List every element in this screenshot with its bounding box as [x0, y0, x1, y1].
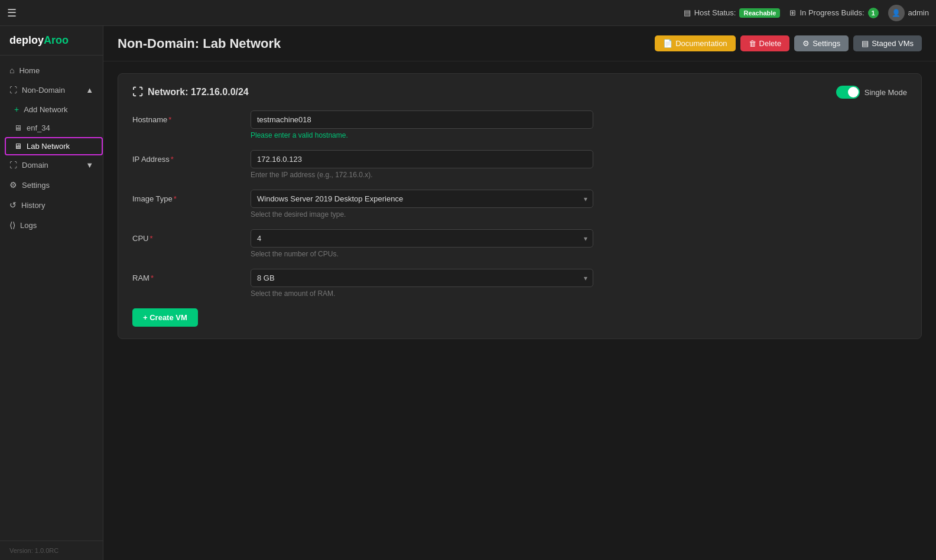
- staged-icon: ▤: [862, 39, 869, 48]
- topbar-right: ▤ Host Status: Reachable ⊞ In Progress B…: [684, 5, 929, 21]
- plus-icon: +: [14, 105, 19, 114]
- sidebar-section-domain[interactable]: ⛶ Domain ▼: [0, 155, 103, 175]
- settings-label: Settings: [812, 39, 840, 48]
- main-header: Non-Domain: Lab Network 📄 Documentation …: [103, 26, 936, 61]
- logs-label: Logs: [20, 221, 37, 230]
- ip-input[interactable]: [251, 150, 593, 168]
- single-mode-label: Single Mode: [864, 88, 907, 97]
- ram-label: RAM*: [132, 269, 251, 282]
- doc-icon: 📄: [663, 39, 672, 48]
- network-title: Network: 172.16.0.0/24: [148, 87, 249, 97]
- image-control: Windows Server 2019 Desktop Experience S…: [251, 190, 593, 219]
- history-label: History: [21, 201, 45, 210]
- image-hint: Select the desired image type.: [251, 210, 593, 219]
- network-icon: ⛶: [132, 86, 143, 99]
- delete-button[interactable]: 🗑 Delete: [740, 35, 790, 51]
- image-label: Image Type*: [132, 190, 251, 203]
- sidebar-item-enf34[interactable]: 🖥 enf_34: [5, 119, 103, 137]
- ip-required: *: [171, 155, 174, 164]
- doc-label: Documentation: [675, 39, 727, 48]
- lab-network-icon: 🖥: [14, 142, 22, 151]
- cpu-label: CPU*: [132, 229, 251, 243]
- ip-label: IP Address*: [132, 150, 251, 164]
- sidebar-item-lab-network[interactable]: 🖥 Lab Network: [5, 137, 103, 155]
- menu-icon[interactable]: ☰: [7, 6, 17, 19]
- hostname-input[interactable]: [251, 110, 593, 129]
- logs-icon: ⟨⟩: [9, 220, 15, 230]
- home-icon: ⌂: [9, 66, 14, 75]
- history-icon: ↺: [9, 200, 17, 210]
- documentation-button[interactable]: 📄 Documentation: [655, 35, 735, 51]
- delete-label: Delete: [759, 39, 782, 48]
- ip-control: Enter the IP address (e.g., 172.16.0.x).: [251, 150, 593, 179]
- sidebar-nav: ⌂ Home ⛶ Non-Domain ▲ + Add Network 🖥 en…: [0, 56, 103, 541]
- card-title: ⛶ Network: 172.16.0.0/24: [132, 86, 249, 99]
- enf34-icon: 🖥: [14, 123, 22, 132]
- main-content: ⛶ Network: 172.16.0.0/24 Single Mode Hos…: [103, 61, 936, 560]
- toggle-switch[interactable]: [836, 86, 860, 99]
- ram-hint: Select the amount of RAM.: [251, 289, 593, 298]
- cpu-select-wrapper: 4: [251, 229, 593, 248]
- add-network-label: Add Network: [24, 105, 67, 114]
- chevron-down-icon: ▼: [86, 161, 93, 170]
- cpu-row: CPU* 4 Select the number of CPUs.: [132, 229, 907, 258]
- sidebar-item-home[interactable]: ⌂ Home: [0, 60, 103, 80]
- non-domain-icon: ⛶: [9, 86, 17, 95]
- admin-user[interactable]: 👤 admin: [888, 5, 929, 21]
- image-select-wrapper: Windows Server 2019 Desktop Experience: [251, 190, 593, 208]
- ram-select[interactable]: 8 GB: [251, 269, 593, 287]
- host-status-label: Host Status:: [694, 8, 736, 17]
- logo: deployAroo: [0, 26, 103, 56]
- non-domain-label: Non-Domain: [22, 86, 65, 95]
- ram-control: 8 GB Select the amount of RAM.: [251, 269, 593, 298]
- create-vm-button[interactable]: + Create VM: [132, 308, 198, 327]
- enf34-label: enf_34: [27, 123, 50, 132]
- header-actions: 📄 Documentation 🗑 Delete ⚙ Settings ▤ St…: [655, 35, 922, 51]
- admin-avatar: 👤: [888, 5, 905, 21]
- sidebar-item-add-network[interactable]: + Add Network: [5, 100, 103, 119]
- cpu-hint: Select the number of CPUs.: [251, 250, 593, 258]
- hostname-required: *: [168, 115, 171, 124]
- non-domain-sub: + Add Network 🖥 enf_34 🖥 Lab Network: [0, 100, 103, 155]
- sidebar-section-non-domain[interactable]: ⛶ Non-Domain ▲: [0, 80, 103, 100]
- single-mode-toggle[interactable]: Single Mode: [836, 86, 907, 99]
- settings-icon: ⚙: [9, 180, 17, 190]
- staged-vms-button[interactable]: ▤ Staged VMs: [853, 35, 922, 51]
- hostname-row: Hostname* Please enter a valid hostname.: [132, 110, 907, 139]
- ip-hint: Enter the IP address (e.g., 172.16.0.x).: [251, 171, 593, 179]
- network-card: ⛶ Network: 172.16.0.0/24 Single Mode Hos…: [118, 73, 922, 339]
- sidebar-footer: Version: 1.0.0RC: [0, 541, 103, 560]
- settings-label: Settings: [22, 181, 50, 190]
- layout: deployAroo ⌂ Home ⛶ Non-Domain ▲ + Add N…: [0, 26, 936, 560]
- hostname-label: Hostname*: [132, 110, 251, 124]
- hostname-hint: Please enter a valid hostname.: [251, 131, 593, 139]
- non-domain-left: ⛶ Non-Domain: [9, 86, 65, 95]
- cpu-control: 4 Select the number of CPUs.: [251, 229, 593, 258]
- sidebar-item-logs[interactable]: ⟨⟩ Logs: [0, 215, 103, 235]
- cpu-select[interactable]: 4: [251, 229, 593, 248]
- sidebar-item-settings[interactable]: ⚙ Settings: [0, 175, 103, 195]
- in-progress-builds: ⊞ In Progress Builds: 1: [789, 8, 878, 18]
- in-progress-label: In Progress Builds:: [800, 8, 864, 17]
- toggle-knob: [848, 87, 859, 97]
- settings-button[interactable]: ⚙ Settings: [794, 35, 849, 51]
- image-select[interactable]: Windows Server 2019 Desktop Experience: [251, 190, 593, 208]
- ram-row: RAM* 8 GB Select the amount of RAM.: [132, 269, 907, 298]
- sidebar-item-history[interactable]: ↺ History: [0, 195, 103, 215]
- ram-select-wrapper: 8 GB: [251, 269, 593, 287]
- image-row: Image Type* Windows Server 2019 Desktop …: [132, 190, 907, 219]
- admin-label: admin: [908, 8, 929, 17]
- ip-row: IP Address* Enter the IP address (e.g., …: [132, 150, 907, 179]
- settings-gear-icon: ⚙: [802, 39, 810, 48]
- sidebar-home-label: Home: [19, 66, 40, 75]
- lab-network-label: Lab Network: [27, 142, 70, 151]
- delete-icon: 🗑: [749, 39, 756, 48]
- domain-icon: ⛶: [9, 161, 17, 170]
- host-status: ▤ Host Status: Reachable: [684, 8, 781, 18]
- page-title: Non-Domain: Lab Network: [118, 36, 281, 51]
- host-status-badge: Reachable: [739, 8, 780, 18]
- image-required: *: [174, 194, 177, 203]
- hostname-control: Please enter a valid hostname.: [251, 110, 593, 139]
- main-area: Non-Domain: Lab Network 📄 Documentation …: [103, 26, 936, 560]
- card-header: ⛶ Network: 172.16.0.0/24 Single Mode: [132, 86, 907, 99]
